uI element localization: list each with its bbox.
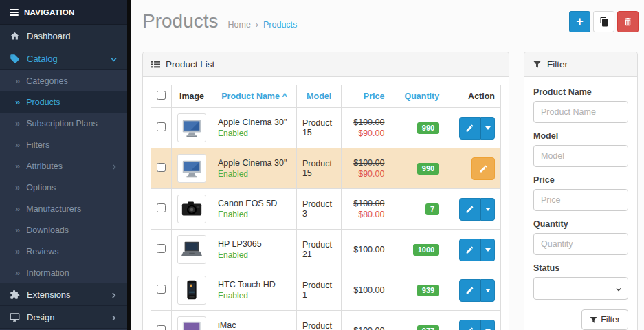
filter-label-quantity: Quantity — [533, 219, 628, 229]
product-name: Apple Cinema 30" — [218, 158, 291, 168]
row-checkbox[interactable] — [157, 122, 166, 131]
hamburger-icon — [10, 9, 19, 16]
sidebar-item-label: Reviews — [26, 247, 58, 256]
filter-product-name-input[interactable] — [533, 101, 628, 123]
pencil-icon[interactable] — [459, 320, 480, 330]
pencil-icon[interactable] — [459, 279, 480, 302]
filter-label-product-name: Product Name — [533, 87, 628, 97]
column-header-product-name[interactable]: Product Name ^ — [221, 91, 287, 101]
column-header-action: Action — [445, 85, 501, 108]
product-status: Enabled — [218, 210, 291, 219]
sidebar-item-label: Manufacturers — [26, 204, 81, 214]
product-table: Image Product Name ^ Model Price Quantit… — [151, 85, 501, 330]
filter-title: Filter — [547, 59, 568, 69]
filter-quantity-input[interactable] — [533, 233, 628, 255]
breadcrumb-products[interactable]: Products — [263, 20, 297, 30]
product-image-phone — [177, 276, 206, 305]
column-header-price[interactable]: Price — [364, 91, 385, 101]
tag-icon — [10, 54, 20, 64]
navigation-label: NAVIGATION — [24, 8, 75, 16]
sidebar-item-information[interactable]: » Information — [0, 262, 127, 283]
display-icon — [10, 312, 20, 322]
plus-icon: + — [576, 15, 584, 28]
edit-split-button[interactable] — [459, 198, 495, 221]
caret-down-icon[interactable] — [480, 279, 495, 302]
product-name: Apple Cinema 30" — [218, 118, 291, 127]
row-checkbox[interactable] — [157, 285, 166, 294]
caret-down-icon[interactable] — [480, 320, 495, 330]
table-row: HP LP3065Enabled Product 21 $100.00 1000 — [151, 230, 501, 270]
sidebar-item-label: Catalog — [27, 54, 58, 64]
sidebar-item-dashboard[interactable]: Dashboard — [0, 25, 127, 47]
sidebar-item-catalog[interactable]: Catalog — [0, 47, 127, 70]
delete-button[interactable] — [617, 11, 639, 32]
row-checkbox[interactable] — [157, 163, 166, 172]
double-chevron-icon: » — [15, 161, 20, 171]
sidebar-item-filters[interactable]: » Filters — [0, 134, 127, 155]
row-checkbox[interactable] — [157, 244, 166, 253]
column-header-model[interactable]: Model — [307, 91, 331, 101]
filter-price-input[interactable] — [533, 189, 628, 211]
product-model: Product 14 — [296, 311, 341, 330]
sidebar-item-design[interactable]: Design — [0, 306, 127, 329]
sidebar: NAVIGATION Dashboard Catalog » Categorie… — [0, 0, 131, 330]
product-name: HTC Touch HD — [218, 280, 291, 289]
add-new-button[interactable]: + — [569, 11, 590, 32]
double-chevron-icon: » — [15, 182, 20, 192]
sidebar-item-label: Dashboard — [27, 31, 71, 41]
caret-down-icon[interactable] — [480, 117, 495, 140]
filter-apply-button[interactable]: Filter — [581, 309, 628, 330]
product-status: Enabled — [218, 291, 291, 300]
sidebar-item-extensions[interactable]: Extensions — [0, 283, 127, 306]
edit-split-button[interactable] — [459, 117, 495, 140]
funnel-icon — [533, 60, 542, 69]
status-select[interactable] — [533, 277, 628, 300]
double-chevron-icon: » — [15, 97, 20, 107]
sidebar-item-label: Downloads — [26, 226, 69, 235]
sidebar-item-label: Subscription Plans — [26, 119, 98, 129]
product-model: Product 3 — [296, 189, 341, 230]
filter-model-input[interactable] — [533, 145, 628, 167]
product-image-monitor — [177, 154, 206, 183]
row-checkbox[interactable] — [157, 204, 166, 212]
sidebar-item-reviews[interactable]: » Reviews — [0, 241, 127, 262]
sidebar-item-downloads[interactable]: » Downloads — [0, 219, 127, 241]
pencil-icon — [479, 164, 488, 173]
double-chevron-icon: » — [15, 140, 20, 150]
sidebar-item-subscription-plans[interactable]: » Subscription Plans — [0, 113, 127, 134]
product-list-panel: Product List Image Product Name ^ Model … — [142, 52, 509, 330]
pencil-icon[interactable] — [459, 117, 480, 140]
sidebar-item-products[interactable]: » Products — [0, 91, 127, 113]
sidebar-item-label: Options — [26, 183, 56, 192]
sidebar-item-manufacturers[interactable]: » Manufacturers — [0, 198, 127, 219]
caret-down-icon[interactable] — [480, 198, 495, 221]
pencil-icon[interactable] — [459, 198, 480, 221]
sidebar-item-options[interactable]: » Options — [0, 177, 127, 198]
sidebar-item-label: Filters — [26, 140, 49, 150]
product-image-monitor — [177, 113, 206, 142]
trash-icon — [623, 16, 633, 27]
sidebar-item-label: Categories — [26, 76, 67, 86]
select-all-checkbox[interactable] — [157, 91, 166, 100]
row-checkbox[interactable] — [157, 325, 166, 330]
edit-split-button[interactable] — [459, 279, 495, 302]
edit-split-button[interactable] — [459, 239, 495, 261]
sidebar-item-categories[interactable]: » Categories — [0, 70, 127, 91]
product-price: $100.00$80.00 — [342, 189, 390, 230]
double-chevron-icon: » — [15, 225, 20, 235]
quantity-badge: 7 — [425, 204, 439, 215]
column-header-image: Image — [172, 85, 212, 108]
column-header-quantity[interactable]: Quantity — [404, 91, 439, 101]
edit-button-active[interactable] — [471, 157, 495, 180]
home-icon — [10, 31, 20, 41]
caret-down-icon[interactable] — [480, 239, 495, 261]
product-model: Product 1 — [296, 270, 341, 311]
sidebar-item-attributes[interactable]: » Attributes — [0, 155, 127, 177]
toolbar: + — [569, 11, 639, 32]
breadcrumb-home[interactable]: Home — [228, 20, 251, 30]
product-name: HP LP3065 — [218, 239, 291, 249]
edit-split-button[interactable] — [459, 320, 495, 330]
pencil-icon[interactable] — [459, 239, 480, 261]
copy-button[interactable] — [593, 11, 614, 32]
panel-title: Product List — [166, 59, 214, 69]
